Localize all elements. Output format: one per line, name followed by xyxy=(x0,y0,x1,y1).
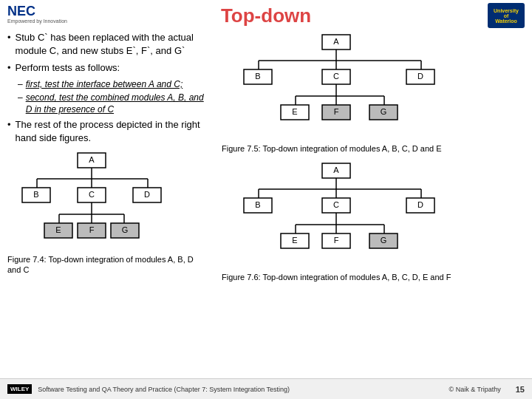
page-number: 15 xyxy=(516,385,525,394)
bullet-dot-2: • xyxy=(7,62,11,75)
dash-mark-2: – xyxy=(18,92,23,115)
svg-text:A: A xyxy=(333,166,339,174)
right-column: A B C D xyxy=(214,31,525,378)
wiley-logo: WILEY xyxy=(7,384,32,394)
bullet-1: • Stub C` has been replaced with the act… xyxy=(7,31,208,57)
nec-logo: NEC Empowered by Innovation xyxy=(7,4,67,24)
footer-copyright: © Naik & Tripathy xyxy=(449,386,501,393)
svg-text:E: E xyxy=(55,225,61,233)
svg-text:G: G xyxy=(381,236,387,245)
svg-text:C: C xyxy=(333,200,339,209)
bullet-text-3: The rest of the process depicted in the … xyxy=(16,118,208,144)
bullet-3: • The rest of the process depicted in th… xyxy=(7,118,208,144)
svg-text:D: D xyxy=(417,200,423,209)
bullet-text-1: Stub C` has been replaced with the actua… xyxy=(16,31,208,57)
svg-text:E: E xyxy=(292,236,297,245)
svg-text:G: G xyxy=(381,107,387,116)
svg-text:B: B xyxy=(255,200,260,209)
dash-mark-1: – xyxy=(18,79,23,91)
bullet-dot-3: • xyxy=(7,119,11,144)
dash-item-1: – first, test the interface between A an… xyxy=(18,79,208,91)
svg-text:E: E xyxy=(292,107,297,116)
svg-text:G: G xyxy=(122,225,129,233)
waterloo-logo: UniversityofWaterloo xyxy=(488,3,525,28)
svg-text:D: D xyxy=(417,72,423,81)
figure-5-wrapper: A B C D xyxy=(222,31,525,154)
svg-text:A: A xyxy=(89,154,95,163)
page-title: Top-down xyxy=(221,4,311,27)
svg-text:B: B xyxy=(255,72,260,81)
dash-text-2: second, test the combined modules A, B, … xyxy=(26,92,208,115)
bullet-2: • Perform tests as follows: xyxy=(7,61,208,75)
svg-text:C: C xyxy=(333,72,339,81)
figure-4-diagram: A B C D xyxy=(7,149,177,249)
dash-text-1: first, test the interface between A and … xyxy=(26,79,183,91)
bullet-text-2: Perform tests as follows: xyxy=(16,61,120,75)
footer-left: WILEY Software Testing and QA Theory and… xyxy=(7,384,290,394)
svg-text:B: B xyxy=(33,189,38,198)
footer-right: © Naik & Tripathy 15 xyxy=(449,385,525,394)
figure-6-wrapper: A B C D xyxy=(222,160,525,282)
dash-item-2: – second, test the combined modules A, B… xyxy=(18,92,208,115)
figure-6-caption: Figure 7.6: Top-down integration of modu… xyxy=(222,272,525,282)
figure-4-wrapper: A B C D xyxy=(7,149,208,276)
footer-textbook: Software Testing and QA Theory and Pract… xyxy=(38,386,290,393)
header: NEC Empowered by Innovation Top-down Uni… xyxy=(0,0,532,31)
waterloo-badge: UniversityofWaterloo xyxy=(488,3,525,28)
bullet-dot-1: • xyxy=(7,32,11,57)
figure-5-caption: Figure 7.5: Top-down integration of modu… xyxy=(222,143,525,154)
figure-6-diagram: A B C D xyxy=(222,160,451,267)
figure-5-diagram: A B C D xyxy=(222,31,451,138)
footer: WILEY Software Testing and QA Theory and… xyxy=(0,378,532,399)
svg-text:C: C xyxy=(89,189,95,198)
main-content: • Stub C` has been replaced with the act… xyxy=(0,31,532,378)
left-column: • Stub C` has been replaced with the act… xyxy=(7,31,214,378)
svg-text:F: F xyxy=(89,225,95,233)
svg-text:D: D xyxy=(144,189,150,198)
svg-text:F: F xyxy=(334,107,339,116)
svg-text:F: F xyxy=(334,236,339,245)
svg-text:A: A xyxy=(333,37,339,46)
figure-4-caption: Figure 7.4: Top-down integration of modu… xyxy=(7,254,208,276)
